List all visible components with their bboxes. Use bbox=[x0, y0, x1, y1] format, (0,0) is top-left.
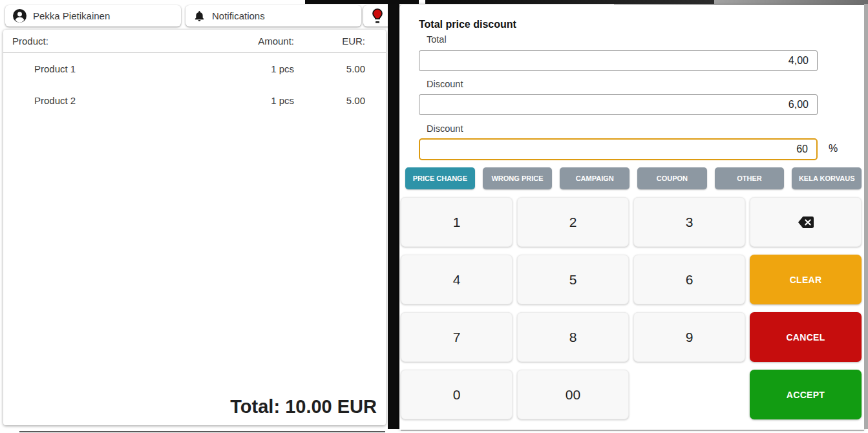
key-9[interactable]: 9 bbox=[633, 312, 745, 362]
discount-category-row: PRICE CHANGE WRONG PRICE CAMPAIGN COUPON… bbox=[405, 167, 862, 189]
category-other[interactable]: OTHER bbox=[715, 167, 785, 189]
cart-header-eur: EUR: bbox=[294, 36, 365, 47]
notifications-label: Notifications bbox=[212, 10, 265, 21]
discount-percent-input[interactable] bbox=[419, 138, 818, 160]
user-name: Pekka Pietikainen bbox=[33, 10, 110, 21]
key-8[interactable]: 8 bbox=[517, 312, 629, 362]
discount-amount-label: Discount bbox=[427, 79, 463, 89]
cart-total: Total: 10.00 EUR bbox=[3, 396, 386, 425]
cart-row-amount: 1 pcs bbox=[217, 63, 294, 74]
category-wrong-price[interactable]: WRONG PRICE bbox=[483, 167, 553, 189]
total-field-input[interactable] bbox=[419, 50, 818, 71]
accept-button[interactable]: ACCEPT bbox=[750, 370, 862, 419]
cart-header-amount: Amount: bbox=[217, 36, 294, 47]
key-6[interactable]: 6 bbox=[633, 255, 745, 304]
top-black-bar-right bbox=[425, 0, 714, 4]
percent-suffix: % bbox=[829, 143, 838, 154]
right-scrollbar[interactable] bbox=[864, 4, 868, 429]
panel-divider bbox=[388, 0, 399, 429]
total-field-label: Total bbox=[427, 34, 447, 45]
cart-row-eur: 5.00 bbox=[294, 95, 365, 106]
lightbulb-icon bbox=[370, 8, 385, 25]
key-3[interactable]: 3 bbox=[633, 197, 745, 247]
backspace-icon bbox=[797, 215, 815, 229]
user-icon bbox=[13, 9, 26, 23]
discount-panel-title: Total price discount bbox=[419, 19, 516, 30]
bottom-edge-line-left bbox=[19, 431, 385, 432]
key-00[interactable]: 00 bbox=[517, 370, 629, 419]
discount-amount-input[interactable] bbox=[419, 94, 818, 115]
cart-row[interactable]: Product 1 1 pcs 5.00 bbox=[3, 53, 386, 85]
category-coupon[interactable]: COUPON bbox=[637, 167, 707, 189]
cart-header-product: Product: bbox=[12, 36, 217, 47]
numeric-keypad: 1 2 3 4 5 6 CLEAR 7 8 9 CANCEL 0 00 ACCE… bbox=[401, 197, 862, 419]
key-7[interactable]: 7 bbox=[401, 312, 513, 362]
discount-percent-label: Discount bbox=[427, 123, 463, 134]
backspace-key[interactable] bbox=[750, 197, 862, 247]
key-5[interactable]: 5 bbox=[517, 255, 629, 304]
keypad-empty-cell bbox=[633, 370, 745, 419]
cart-row[interactable]: Product 2 1 pcs 5.00 bbox=[3, 85, 386, 116]
notifications-chip[interactable]: Notifications bbox=[185, 5, 361, 26]
cancel-button[interactable]: CANCEL bbox=[750, 312, 862, 362]
top-black-bar-left bbox=[305, 0, 419, 4]
key-2[interactable]: 2 bbox=[517, 197, 629, 247]
bell-icon bbox=[193, 10, 206, 23]
key-4[interactable]: 4 bbox=[401, 255, 513, 304]
cart-row-product: Product 1 bbox=[12, 63, 217, 74]
cart-row-product: Product 2 bbox=[12, 95, 217, 106]
category-kela-korvaus[interactable]: KELA KORVAUS bbox=[792, 167, 862, 189]
key-0[interactable]: 0 bbox=[401, 370, 513, 419]
clear-button[interactable]: CLEAR bbox=[750, 255, 862, 304]
discount-panel: Total price discount Total Discount Disc… bbox=[399, 5, 864, 430]
key-1[interactable]: 1 bbox=[401, 197, 513, 247]
cart-row-eur: 5.00 bbox=[294, 63, 365, 74]
cart-header-row: Product: Amount: EUR: bbox=[3, 30, 386, 53]
cart-row-amount: 1 pcs bbox=[217, 95, 294, 106]
category-campaign[interactable]: CAMPAIGN bbox=[560, 167, 630, 189]
user-chip[interactable]: Pekka Pietikainen bbox=[5, 5, 181, 26]
cart-table: Product: Amount: EUR: Product 1 1 pcs 5.… bbox=[3, 30, 386, 425]
category-price-change[interactable]: PRICE CHANGE bbox=[405, 167, 475, 189]
